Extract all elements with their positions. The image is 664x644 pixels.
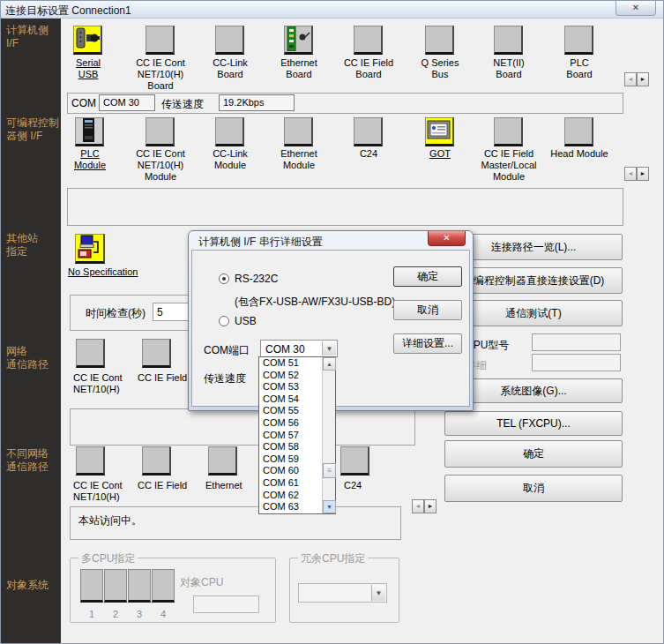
plc-if-label-ccie-cont-module[interactable]: CC IE Cont NET/10(H) Module: [121, 148, 200, 183]
tel-fxcpu-button[interactable]: TEL (FXCPU)...: [444, 411, 623, 436]
no-specification-icon: [76, 235, 102, 260]
dialog-close-button[interactable]: ✕: [428, 231, 466, 246]
diff-network-ccie-cont[interactable]: [76, 446, 105, 476]
pc-if-label-serial-usb[interactable]: Serial USB: [48, 57, 128, 80]
plc-if-label-plc-module[interactable]: PLC Module: [50, 148, 130, 171]
scroll-down-icon[interactable]: ▼: [323, 500, 336, 513]
com-label: COM: [71, 97, 96, 109]
diff-network-ccie-field[interactable]: [142, 446, 171, 476]
sidebar-label-diff-network: 不同网络 通信路径: [6, 447, 48, 474]
multi-cpu-4[interactable]: [152, 569, 175, 603]
baud-value-box: 19.2Kbps: [219, 94, 295, 111]
row3-scroll-left-icon[interactable]: ◄: [412, 499, 424, 513]
dialog-baud-label: 传送速度: [204, 371, 246, 386]
plc-if-label-head-module[interactable]: Head Module: [540, 148, 619, 160]
plc-if-label-ccie-field-master[interactable]: CC IE Field Master/Local Module: [469, 148, 548, 183]
rs232c-radio[interactable]: [219, 273, 229, 284]
pc-if-ccie-field-board[interactable]: [354, 26, 383, 55]
diff-network-ethernet[interactable]: [208, 446, 237, 476]
dialog-detail-setup-button[interactable]: 详细设置...: [393, 333, 462, 354]
window-close-button[interactable]: ✕: [616, 1, 656, 16]
direct-connection-label: 可编程控制器直接连接设置(D): [463, 273, 605, 288]
rs232c-label[interactable]: RS-232C: [235, 273, 278, 285]
chevron-down-icon[interactable]: ▼: [322, 341, 336, 356]
multi-cpu-2[interactable]: [104, 569, 127, 603]
cancel-button[interactable]: 取消: [444, 475, 623, 502]
plc-if-ccie-field-master[interactable]: [494, 117, 523, 146]
rs232c-note: (包含FX-USB-AW/FX3U-USB-BD): [235, 295, 395, 310]
pc-if-q-series-bus[interactable]: [425, 26, 454, 55]
other-station-no-specification[interactable]: [75, 234, 105, 264]
pc-if-label-q-series-bus[interactable]: Q Series Bus: [400, 57, 480, 80]
usb-label[interactable]: USB: [235, 315, 257, 327]
dialog-ok-label: 确定: [417, 269, 438, 284]
sidebar-label-plc-if: 可编程控制 器侧 I/F: [6, 116, 59, 143]
row2-scroll-left-icon[interactable]: ◄: [624, 167, 637, 181]
pc-if-ethernet-board[interactable]: [284, 26, 313, 55]
pc-if-label-netii-board[interactable]: NET(II) Board: [469, 57, 548, 80]
diff-network-label-c24[interactable]: C24: [344, 480, 432, 491]
plc-if-plc-module[interactable]: [75, 117, 104, 146]
pc-if-label-plc-board[interactable]: PLC Board: [540, 57, 619, 80]
dialog-cancel-button[interactable]: 取消: [393, 300, 462, 320]
plc-if-c24[interactable]: [354, 117, 383, 146]
window-title: 连接目标设置 Connection1: [5, 4, 131, 19]
got-icon: [426, 118, 451, 143]
network-route-ccie-field[interactable]: [142, 339, 171, 368]
plc-if-ccie-cont-module[interactable]: [145, 117, 175, 146]
target-cpu-input: [193, 595, 259, 613]
network-route-ccie-cont[interactable]: [76, 339, 105, 368]
usb-radio[interactable]: [219, 316, 229, 326]
plc-if-info-box: [67, 188, 623, 226]
redundant-cpu-legend: 冗余CPU指定: [298, 551, 368, 566]
com-value-box: COM 30: [99, 94, 155, 111]
plc-if-label-ethernet-module[interactable]: Ethernet Module: [259, 148, 339, 171]
com-port-select[interactable]: COM 30 ▼: [260, 340, 338, 357]
cancel-label: 取消: [523, 481, 544, 496]
pc-if-label-ethernet-board[interactable]: Ethernet Board: [259, 57, 339, 80]
plc-if-label-got[interactable]: GOT: [400, 148, 480, 160]
multi-cpu-2-label: 2: [104, 609, 127, 619]
ok-button[interactable]: 确定: [444, 440, 623, 468]
pc-if-cclink-board[interactable]: [215, 26, 244, 55]
comm-test-label: 通信测试(T): [505, 306, 561, 321]
row2-scroll-right-icon[interactable]: ►: [637, 167, 649, 181]
row1-scroll-left-icon[interactable]: ◄: [624, 72, 637, 86]
row1-scroll-right-icon[interactable]: ►: [637, 72, 649, 86]
plc-if-label-c24[interactable]: C24: [329, 148, 408, 160]
pc-if-ccie-cont-board[interactable]: [145, 26, 175, 55]
multi-cpu-3[interactable]: [128, 569, 151, 603]
time-check-label: 时间检查(秒): [86, 306, 145, 321]
detail-box: [532, 354, 621, 371]
dialog-ok-button[interactable]: 确定: [393, 266, 462, 287]
pc-if-serial-usb[interactable]: [73, 26, 102, 55]
plc-module-icon: [76, 118, 101, 143]
plc-if-cclink-module[interactable]: [215, 117, 244, 146]
tel-fxcpu-label: TEL (FXCPU)...: [496, 417, 571, 430]
close-icon: ✕: [632, 3, 639, 12]
dropdown-scrollbar[interactable]: ▲ ≡ ▼: [322, 357, 335, 513]
pc-if-label-ccie-cont-board[interactable]: CC IE Cont NET/10(H) Board: [121, 57, 200, 92]
other-station-label[interactable]: No Specification: [68, 266, 165, 278]
close-icon: ✕: [443, 233, 450, 243]
scroll-up-icon[interactable]: ▲: [323, 357, 336, 371]
row3-scroll-right-icon[interactable]: ►: [424, 499, 436, 513]
multi-cpu-1-label: 1: [80, 609, 103, 619]
pc-if-netii-board[interactable]: [494, 26, 523, 55]
window-titlebar: 连接目标设置 Connection1: [1, 1, 664, 19]
com-port-dropdown-list: COM 51 COM 52 COM 53 COM 54 COM 55 COM 5…: [258, 356, 336, 514]
pc-if-plc-board[interactable]: [564, 26, 593, 55]
plc-if-label-cclink-module[interactable]: CC-Link Module: [190, 148, 270, 171]
multi-cpu-3-label: 3: [128, 609, 151, 619]
plc-if-head-module[interactable]: [564, 117, 593, 146]
ok-label: 确定: [523, 446, 544, 461]
scrollbar-thumb[interactable]: ≡: [323, 463, 336, 478]
plc-if-got[interactable]: [425, 117, 454, 146]
plc-if-ethernet-module[interactable]: [284, 117, 313, 146]
serial-usb-icon: [74, 26, 100, 51]
diff-network-c24[interactable]: [340, 446, 369, 476]
dialog-detail-setup-label: 详细设置...: [402, 336, 453, 351]
pc-if-label-ccie-field-board[interactable]: CC IE Field Board: [329, 57, 408, 80]
pc-if-label-cclink-board[interactable]: CC-Link Board: [190, 57, 270, 80]
multi-cpu-1[interactable]: [80, 569, 103, 603]
